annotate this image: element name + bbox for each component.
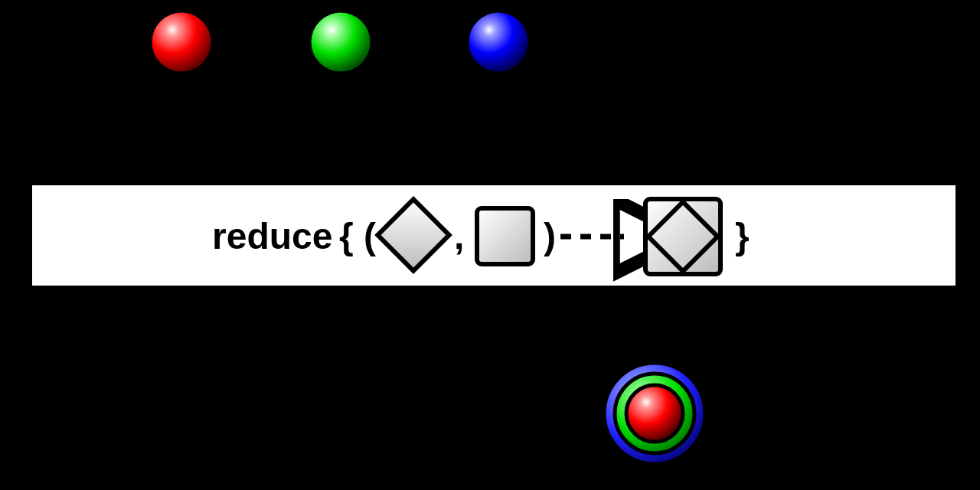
input-marble-red [151, 11, 212, 73]
svg-line-6 [498, 75, 584, 182]
dashed-links-in [181, 75, 584, 199]
param-item-square-icon [477, 208, 533, 264]
svg-line-5 [341, 75, 496, 199]
output-marble [605, 364, 704, 463]
operator-box: reduce { ( , ) } [31, 184, 957, 287]
sig-end: } [735, 216, 750, 256]
svg-line-13 [333, 288, 655, 383]
svg-rect-11 [645, 199, 720, 274]
svg-line-4 [181, 75, 276, 182]
sig-comma: , [454, 216, 464, 256]
result-shape-icon [645, 199, 720, 274]
svg-rect-9 [477, 208, 533, 264]
sig-close-args: ) [544, 216, 556, 256]
operator-name: reduce [212, 216, 332, 256]
input-marble-green [310, 11, 371, 73]
svg-point-3 [468, 11, 529, 73]
sig-open: { ( [339, 216, 376, 256]
svg-point-1 [151, 11, 212, 73]
svg-point-2 [310, 11, 371, 73]
output-timeline [84, 390, 942, 436]
input-marble-blue [468, 11, 529, 73]
svg-point-19 [626, 385, 683, 442]
marble-diagram: reduce { ( , ) } [0, 0, 980, 490]
diagram-svg: reduce { ( , ) } [0, 0, 980, 490]
